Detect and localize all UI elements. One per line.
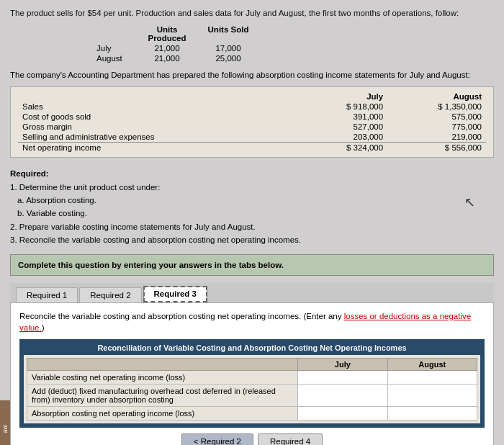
col-header-sold: Units Sold: [204, 24, 262, 43]
req-item-2: 2. Prepare variable costing income state…: [10, 220, 494, 233]
recon-table-wrapper: Reconciliation of Variable Costing and A…: [19, 339, 485, 428]
recon-input-1-august[interactable]: [387, 370, 477, 384]
month-july: July: [96, 43, 140, 53]
accounting-text: The company's Accounting Department has …: [10, 69, 494, 81]
income-july-sga: 203,000: [289, 132, 387, 143]
august-sold: 25,000: [204, 53, 262, 63]
col-header-produced: UnitsProduced: [140, 24, 204, 43]
tabs-area: Required 1 Required 2 Required 3 Reconci…: [10, 283, 494, 445]
req-item-1a: a. Absorption costing.: [10, 194, 494, 207]
intro-text: The product sells for $54 per unit. Prod…: [10, 7, 494, 19]
recon-table-title: Reconciliation of Variable Costing and A…: [24, 343, 480, 352]
recon-row-1: Variable costing net operating income (l…: [27, 370, 477, 384]
recon-table-inner: July August Variable costing net operati…: [24, 355, 480, 423]
cursor-arrow: ↖: [464, 194, 475, 210]
recon-label-3: Absorption costing net operating income …: [27, 406, 298, 420]
income-august-gross: 775,000: [387, 122, 486, 132]
recon-col-july: July: [298, 358, 387, 370]
income-july-gross: 527,000: [289, 122, 387, 132]
income-label-sales: Sales: [18, 102, 289, 112]
tab-required1[interactable]: Required 1: [16, 287, 78, 302]
tabs-row: Required 1 Required 2 Required 3: [10, 283, 494, 302]
next-tab-button[interactable]: Required 4: [258, 433, 323, 445]
income-col-july: July: [289, 91, 387, 102]
recon-row-3: Absorption costing net operating income …: [27, 406, 477, 420]
left-sidebar: aw: [0, 400, 10, 445]
income-label-gross: Gross margin: [18, 122, 289, 132]
income-august-cogs: 575,000: [387, 112, 486, 122]
income-label-noi: Net operating income: [18, 143, 289, 153]
page: The product sells for $54 per unit. Prod…: [0, 0, 504, 445]
required-title: Required:: [10, 167, 494, 180]
july-sold: 17,000: [204, 43, 262, 53]
production-table: UnitsProduced Units Sold July 21,000 17,…: [96, 24, 494, 63]
recon-input-2-august[interactable]: [387, 384, 477, 406]
recon-col-label: [27, 358, 298, 370]
complete-box: Complete this question by entering your …: [10, 254, 494, 276]
recon-input-1-july[interactable]: [298, 370, 387, 384]
recon-table: July August Variable costing net operati…: [27, 358, 477, 421]
recon-input-2-july[interactable]: [298, 384, 387, 406]
sidebar-text: aw: [1, 425, 9, 433]
income-august-noi: $ 556,000: [387, 143, 486, 153]
income-august-sales: $ 1,350,000: [387, 102, 486, 112]
income-july-noi: $ 324,000: [289, 143, 387, 153]
req-item-3: 3. Reconcile the variable costing and ab…: [10, 233, 494, 246]
req-item-1b: b. Variable costing.: [10, 207, 494, 220]
reconcile-description: Reconcile the variable costing and absor…: [19, 310, 485, 333]
tab3-content: Reconcile the variable costing and absor…: [10, 302, 494, 445]
highlight-text: losses or deductions as a negative value…: [19, 312, 471, 332]
income-statement: July August Sales $ 918,000 $ 1,350,000 …: [10, 86, 494, 158]
tab-required2[interactable]: Required 2: [79, 287, 141, 302]
income-label-sga: Selling and administrative expenses: [18, 132, 289, 143]
recon-col-august: August: [387, 358, 477, 370]
income-july-sales: $ 918,000: [289, 102, 387, 112]
bottom-buttons: < Required 2 Required 4: [19, 433, 485, 445]
recon-input-3-july[interactable]: [298, 406, 387, 420]
req-item-1: 1. Determine the unit product cost under…: [10, 181, 494, 194]
tab-required3[interactable]: Required 3: [143, 286, 207, 302]
recon-input-3-august[interactable]: [387, 406, 477, 420]
income-july-cogs: 391,000: [289, 112, 387, 122]
required-section: Required: 1. Determine the unit product …: [10, 167, 494, 246]
income-label-cogs: Cost of goods sold: [18, 112, 289, 122]
recon-label-2: Add (deduct) fixed manufacturing overhea…: [27, 384, 298, 406]
income-august-sga: 219,000: [387, 132, 486, 143]
august-produced: 21,000: [140, 53, 204, 63]
month-august: August: [96, 53, 140, 63]
recon-row-2: Add (deduct) fixed manufacturing overhea…: [27, 384, 477, 406]
income-col-august: August: [387, 91, 486, 102]
recon-label-1: Variable costing net operating income (l…: [27, 370, 298, 384]
july-produced: 21,000: [140, 43, 204, 53]
prev-tab-button[interactable]: < Required 2: [181, 433, 253, 445]
